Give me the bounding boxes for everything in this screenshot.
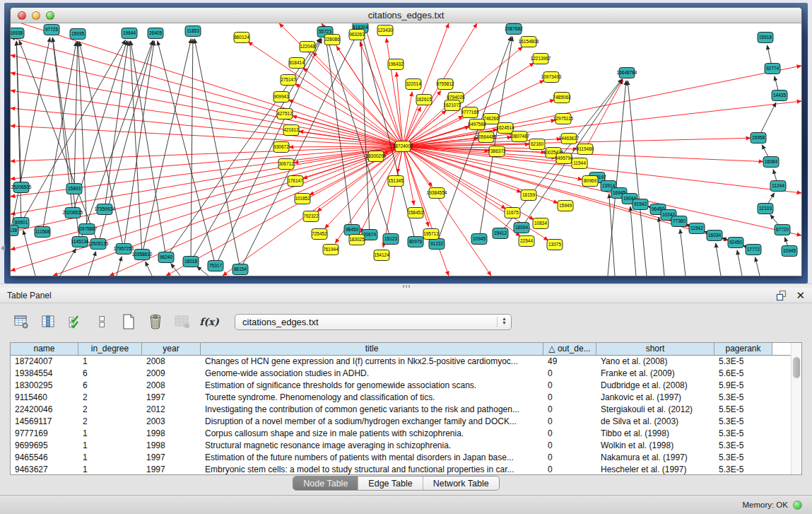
table-cell[interactable]: Yano et al. (2008) [596,356,714,368]
table-cell[interactable]: 1 [78,428,142,440]
network-canvas[interactable]: 1693897725159351964426405118535572381830… [11,23,801,276]
graph-node[interactable]: 18300295 [366,151,387,162]
table-cell[interactable]: Nakamura et al. (1997) [596,452,714,464]
graph-node[interactable]: 39138 [11,226,18,236]
table-cell[interactable]: 9463627 [11,464,78,475]
close-panel-icon[interactable]: ✕ [796,290,805,301]
table-row[interactable]: 911546021997Tourette syndrome. Phenomeno… [11,392,791,404]
table-cell[interactable]: 0 [543,404,596,416]
table-cell[interactable]: 49 [543,356,596,368]
table-cell[interactable]: 5.3E-5 [714,452,772,464]
table-cell[interactable]: Estimation of the future numbers of pati… [201,452,543,464]
table-row[interactable]: 969969511998Structural magnetic resonanc… [11,440,791,452]
table-cell[interactable]: 5.3E-5 [714,440,772,452]
table-cell[interactable]: Jankovic et al. (1997) [596,392,714,404]
table-cell[interactable]: 19384554 [11,368,78,380]
table-row[interactable]: 946362711997Embryonic stem cells: a mode… [11,464,791,475]
table-row[interactable]: 1456911722003Disruption of a novel membe… [11,416,791,428]
float-window-icon[interactable] [776,290,787,301]
graph-node[interactable]: 26405 [148,28,163,39]
graph-node[interactable]: 15949 [558,201,573,211]
table-cell[interactable]: Dudbridge et al. (2008) [596,380,714,392]
table-cell[interactable]: Franke et al. (2009) [596,368,714,380]
table-row[interactable]: 2242004622012Investigating the contribut… [11,404,791,416]
graph-node[interactable]: 7386372 [488,146,506,157]
graph-node[interactable]: 97725 [44,25,59,35]
table-row[interactable]: 1938455462009Genome-wide association stu… [11,368,791,380]
graph-node[interactable]: 19644 [122,28,137,39]
table-cell[interactable]: 2 [78,392,142,404]
graph-node[interactable]: 25206505 [11,182,32,193]
graph-node[interactable]: 1145134 [71,237,89,247]
table-cell[interactable]: 2 [78,416,142,428]
table-cell[interactable]: 5.9E-5 [714,380,772,392]
graph-node[interactable]: 10945 [471,234,487,245]
graph-node[interactable]: 16648784 [617,68,637,78]
graph-node[interactable]: 176147 [288,176,303,187]
table-cell[interactable]: 0 [543,452,596,464]
graph-node[interactable]: 18018 [183,257,199,267]
table-cell[interactable]: de Silva et al. (2003) [596,416,714,428]
table-cell[interactable]: Hescheler et al. (1997) [596,464,714,475]
column-header-short[interactable]: short [596,343,714,355]
graph-node[interactable]: 11542 [689,223,705,234]
graph-node[interactable]: 10358810 [132,250,153,260]
new-column-button[interactable] [117,310,140,333]
graph-node[interactable]: 725452 [312,229,327,240]
table-cell[interactable]: 9115460 [11,392,78,404]
table-cell[interactable]: 9465546 [11,452,78,464]
graph-node[interactable]: 14463627 [559,134,579,144]
column-header-in_degree[interactable]: in_degree [78,343,142,355]
graph-node[interactable]: 92774 [765,64,780,74]
graph-node[interactable]: 80969 [582,176,598,187]
graph-node[interactable]: 86154 [233,264,248,275]
table-cell[interactable]: 1 [78,452,142,464]
table-cell[interactable]: 9699695 [11,440,78,452]
table-cell[interactable]: Estimation of significance thresholds fo… [201,380,543,392]
table-cell[interactable]: Stergiakouli et al. (2012) [596,404,714,416]
table-row[interactable]: 946554611997Estimation of the future num… [11,452,791,464]
graph-node[interactable]: 96240 [158,252,174,263]
table-cell[interactable]: 1998 [142,428,201,440]
column-header-title[interactable]: title [201,343,543,355]
column-header-year[interactable]: year [142,343,201,355]
row-selection-button[interactable] [64,310,86,333]
graph-node[interactable]: 101852 [295,194,310,204]
graph-node[interactable]: 91232 [429,239,445,250]
table-cell[interactable]: Genome-wide association studies in ADHD. [201,368,543,380]
graph-node[interactable]: 7485063 [553,93,571,103]
table-settings-button[interactable] [10,310,33,333]
graph-node[interactable]: 19384554 [427,188,447,199]
graph-node[interactable]: 275147 [281,75,296,86]
graph-node[interactable]: 15935 [70,29,86,40]
graph-node[interactable]: 792322 [303,211,319,222]
tab-node-table[interactable]: Node Table [293,477,358,490]
table-cell[interactable]: 1997 [142,464,201,475]
zoom-window-button[interactable] [46,11,54,20]
tab-edge-table[interactable]: Edge Table [358,477,423,490]
graph-node[interactable]: 16159 [521,190,536,201]
graph-node[interactable]: 75317 [208,261,223,271]
merge-rows-button[interactable] [90,310,113,333]
table-cell[interactable]: 1 [78,440,142,452]
graph-node[interactable]: 11675 [505,208,520,218]
graph-node[interactable]: 10807487 [510,132,530,142]
table-cell[interactable]: Investigating the contribution of common… [201,404,543,416]
graph-node[interactable]: 9755812 [436,79,454,90]
table-cell[interactable]: 6 [78,368,142,380]
graph-node[interactable]: 111568 [35,227,50,238]
graph-node[interactable]: 80976 [408,237,423,247]
graph-node[interactable]: 16094 [514,223,529,233]
graph-node[interactable]: 196432 [388,59,404,70]
graph-node[interactable]: 9115460 [577,144,594,155]
tab-network-table[interactable]: Network Table [423,477,499,490]
graph-node[interactable]: 20564486 [476,132,497,143]
graph-node[interactable]: 761944 [323,245,339,255]
graph-node[interactable]: 18724007 [393,141,413,152]
graph-node[interactable]: 421612 [283,125,299,136]
table-cell[interactable]: Tourette syndrome. Phenomenology and cla… [201,392,543,404]
table-row[interactable]: 1830029562008Estimation of significance … [11,380,791,392]
table-cell[interactable]: 5.3E-5 [714,356,772,368]
table-cell[interactable]: 2 [78,404,142,416]
graph-node[interactable]: 11544 [572,158,587,169]
